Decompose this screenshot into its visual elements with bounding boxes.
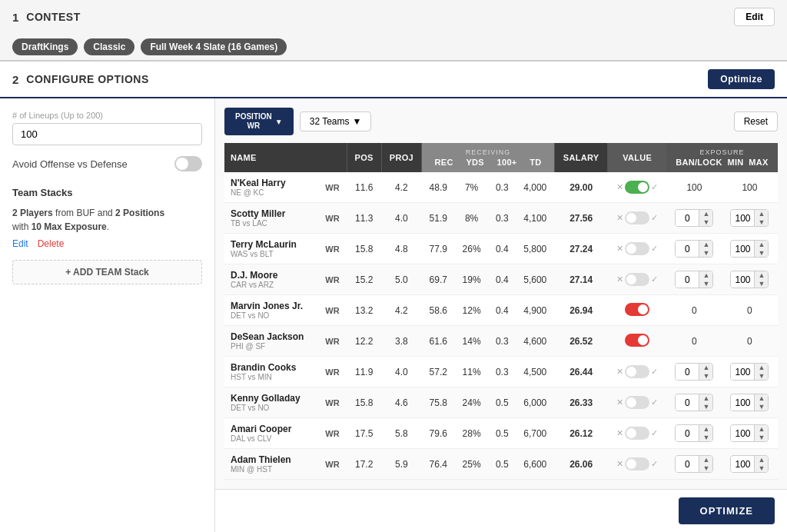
max-input[interactable] xyxy=(731,272,754,288)
lock-icon[interactable]: ✓ xyxy=(651,274,658,284)
tag-draftkings[interactable]: DraftKings xyxy=(12,38,78,55)
ban-icon[interactable]: ✕ xyxy=(616,182,623,192)
ban-icon[interactable]: ✕ xyxy=(616,397,623,407)
ban-icon[interactable]: ✕ xyxy=(616,244,623,254)
max-spinner[interactable]: ▲ ▼ xyxy=(730,363,769,381)
max-spin-buttons[interactable]: ▲ ▼ xyxy=(754,364,768,381)
max-spin-buttons[interactable]: ▲ ▼ xyxy=(754,394,768,411)
max-spinner[interactable]: ▲ ▼ xyxy=(730,271,769,289)
spin-up-icon[interactable]: ▲ xyxy=(758,425,765,434)
max-spin-buttons[interactable]: ▲ ▼ xyxy=(754,425,768,442)
spin-down-icon[interactable]: ▼ xyxy=(702,372,709,381)
spin-down-icon[interactable]: ▼ xyxy=(758,249,765,258)
ban-icon[interactable]: ✕ xyxy=(616,213,623,223)
spin-up-icon[interactable]: ▲ xyxy=(702,271,709,280)
spin-down-icon[interactable]: ▼ xyxy=(702,249,709,258)
lock-icon[interactable]: ✓ xyxy=(651,428,658,438)
min-input[interactable] xyxy=(676,241,699,257)
spin-up-icon[interactable]: ▲ xyxy=(702,210,709,218)
min-spin-buttons[interactable]: ▲ ▼ xyxy=(699,241,712,258)
ban-lock-toggle[interactable]: ✕ ✓ xyxy=(616,457,658,470)
ban-lock-toggle[interactable] xyxy=(625,334,649,347)
spin-up-icon[interactable]: ▲ xyxy=(758,210,765,218)
min-spinner[interactable]: ▲ ▼ xyxy=(675,424,713,443)
ban-lock-toggle[interactable]: ✕ ✓ xyxy=(616,427,658,440)
toggle-switch[interactable] xyxy=(625,427,649,440)
min-spin-buttons[interactable]: ▲ ▼ xyxy=(699,364,712,381)
spin-down-icon[interactable]: ▼ xyxy=(758,280,765,288)
lock-icon[interactable]: ✓ xyxy=(651,367,658,377)
spin-up-icon[interactable]: ▲ xyxy=(758,241,765,249)
toggle-switch[interactable] xyxy=(625,273,649,286)
min-input[interactable] xyxy=(676,395,699,411)
ban-lock-toggle[interactable]: ✕ ✓ xyxy=(616,242,658,255)
spin-up-icon[interactable]: ▲ xyxy=(758,394,765,403)
min-spin-buttons[interactable]: ▲ ▼ xyxy=(699,425,712,442)
tag-classic[interactable]: Classic xyxy=(84,38,134,55)
ban-lock-toggle[interactable]: ✕ ✓ xyxy=(616,365,658,378)
toggle-switch[interactable] xyxy=(625,396,649,409)
min-spin-buttons[interactable]: ▲ ▼ xyxy=(699,271,712,288)
ban-lock-toggle[interactable]: ✕ ✓ xyxy=(616,211,658,224)
toggle-switch[interactable] xyxy=(625,334,649,347)
spin-up-icon[interactable]: ▲ xyxy=(702,364,709,372)
max-input[interactable] xyxy=(731,211,754,226)
ban-icon[interactable]: ✕ xyxy=(616,459,623,469)
max-input[interactable] xyxy=(731,457,754,472)
spin-down-icon[interactable]: ▼ xyxy=(702,280,709,288)
max-spin-buttons[interactable]: ▲ ▼ xyxy=(754,210,768,227)
min-spin-buttons[interactable]: ▲ ▼ xyxy=(699,456,712,473)
teams-filter-button[interactable]: 32 Teams ▼ xyxy=(300,111,372,131)
toggle-switch[interactable] xyxy=(625,365,649,378)
spin-up-icon[interactable]: ▲ xyxy=(702,456,709,464)
edit-contest-button[interactable]: Edit xyxy=(734,8,775,26)
toggle-switch[interactable] xyxy=(625,303,649,316)
delete-stack-link[interactable]: Delete xyxy=(38,238,65,249)
spin-up-icon[interactable]: ▲ xyxy=(702,394,709,403)
min-input[interactable] xyxy=(676,426,699,441)
spin-down-icon[interactable]: ▼ xyxy=(702,403,709,411)
ban-icon[interactable]: ✕ xyxy=(616,274,623,284)
ban-lock-toggle[interactable] xyxy=(625,303,649,316)
spin-down-icon[interactable]: ▼ xyxy=(702,218,709,227)
spin-down-icon[interactable]: ▼ xyxy=(758,403,765,411)
spin-down-icon[interactable]: ▼ xyxy=(758,434,765,442)
min-input[interactable] xyxy=(676,457,699,472)
min-spin-buttons[interactable]: ▲ ▼ xyxy=(699,394,712,411)
lock-icon[interactable]: ✓ xyxy=(651,244,658,254)
max-spinner[interactable]: ▲ ▼ xyxy=(730,455,769,474)
max-input[interactable] xyxy=(731,364,754,380)
spin-down-icon[interactable]: ▼ xyxy=(702,434,709,442)
spin-down-icon[interactable]: ▼ xyxy=(758,218,765,227)
max-spin-buttons[interactable]: ▲ ▼ xyxy=(754,271,768,288)
max-spin-buttons[interactable]: ▲ ▼ xyxy=(754,241,768,258)
min-spinner[interactable]: ▲ ▼ xyxy=(675,363,713,381)
lock-icon[interactable]: ✓ xyxy=(651,182,658,192)
min-spinner[interactable]: ▲ ▼ xyxy=(675,209,713,228)
max-spinner[interactable]: ▲ ▼ xyxy=(730,240,769,258)
min-spin-buttons[interactable]: ▲ ▼ xyxy=(699,210,712,227)
spin-up-icon[interactable]: ▲ xyxy=(758,456,765,464)
ban-lock-toggle[interactable]: ✕ ✓ xyxy=(616,273,658,286)
min-input[interactable] xyxy=(676,364,699,380)
position-filter-button[interactable]: POSITION WR ▼ xyxy=(224,108,294,135)
optimize-top-button[interactable]: Optimize xyxy=(708,69,775,89)
max-spin-buttons[interactable]: ▲ ▼ xyxy=(754,456,768,473)
ban-lock-toggle[interactable]: ✕ ✓ xyxy=(616,396,658,409)
ban-icon[interactable]: ✕ xyxy=(616,367,623,377)
max-spinner[interactable]: ▲ ▼ xyxy=(730,394,769,412)
reset-button[interactable]: Reset xyxy=(734,111,778,131)
optimize-bottom-button[interactable]: OPTIMIZE xyxy=(679,497,775,524)
min-spinner[interactable]: ▲ ▼ xyxy=(675,455,713,474)
ban-lock-toggle[interactable]: ✕ ✓ xyxy=(616,181,658,194)
spin-up-icon[interactable]: ▲ xyxy=(758,271,765,280)
min-input[interactable] xyxy=(676,272,699,288)
toggle-switch[interactable] xyxy=(625,457,649,470)
min-spinner[interactable]: ▲ ▼ xyxy=(675,271,713,289)
lock-icon[interactable]: ✓ xyxy=(651,213,658,223)
toggle-switch[interactable] xyxy=(625,242,649,255)
edit-stack-link[interactable]: Edit xyxy=(12,238,28,249)
max-input[interactable] xyxy=(731,241,754,257)
lock-icon[interactable]: ✓ xyxy=(651,397,658,407)
max-input[interactable] xyxy=(731,395,754,411)
